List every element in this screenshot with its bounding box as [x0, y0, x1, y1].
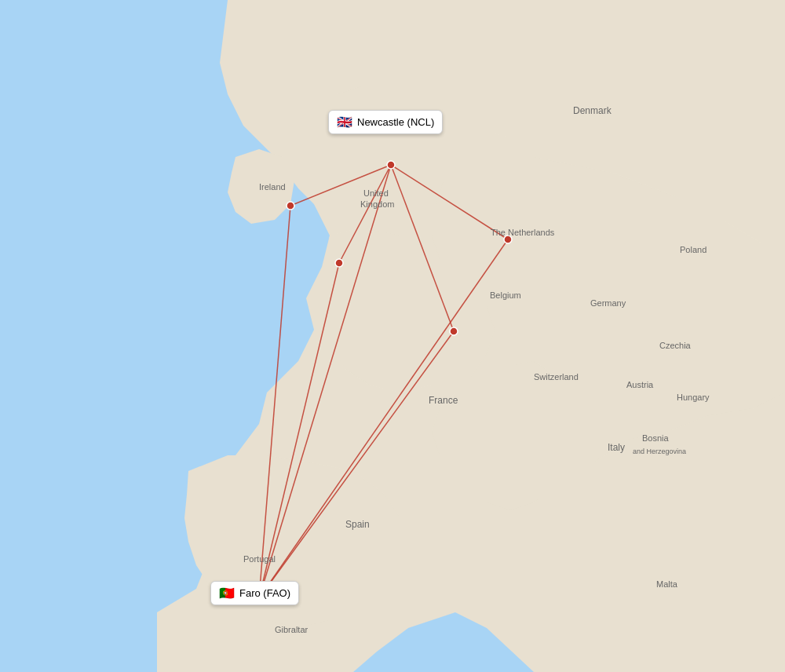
svg-text:The Netherlands: The Netherlands — [491, 228, 555, 237]
map-container: Denmark United Kingdom Ireland The Nethe… — [0, 0, 785, 672]
svg-text:Gibraltar: Gibraltar — [275, 625, 309, 634]
svg-text:Poland: Poland — [680, 245, 706, 254]
svg-text:France: France — [429, 395, 458, 406]
ncl-airport-label: 🇬🇧 Newcastle (NCL) — [328, 110, 443, 134]
svg-point-10 — [287, 202, 294, 210]
svg-text:Belgium: Belgium — [490, 290, 521, 300]
svg-text:Austria: Austria — [626, 380, 654, 389]
svg-text:Denmark: Denmark — [573, 105, 612, 116]
svg-point-11 — [335, 259, 343, 267]
svg-text:Kingdom: Kingdom — [360, 199, 394, 209]
svg-text:Portugal: Portugal — [243, 554, 276, 564]
uk-flag-icon: 🇬🇧 — [337, 115, 352, 130]
svg-text:Bosnia: Bosnia — [642, 433, 670, 443]
fao-airport-label: 🇵🇹 Faro (FAO) — [210, 581, 299, 605]
svg-text:Spain: Spain — [345, 519, 370, 530]
svg-text:Switzerland: Switzerland — [534, 372, 579, 382]
svg-text:Hungary: Hungary — [677, 393, 710, 402]
svg-text:Italy: Italy — [608, 442, 625, 453]
svg-point-13 — [450, 327, 458, 335]
svg-text:and Herzegovina: and Herzegovina — [633, 447, 686, 455]
ncl-airport-name: Newcastle (NCL) — [357, 116, 434, 128]
svg-text:Malta: Malta — [656, 579, 678, 589]
map-svg: Denmark United Kingdom Ireland The Nethe… — [0, 0, 785, 672]
svg-text:Ireland: Ireland — [259, 182, 286, 192]
svg-text:United: United — [363, 188, 389, 198]
pt-flag-icon: 🇵🇹 — [219, 586, 235, 601]
svg-text:Germany: Germany — [590, 298, 626, 308]
fao-airport-name: Faro (FAO) — [239, 587, 290, 599]
svg-text:Czechia: Czechia — [659, 341, 692, 350]
svg-point-14 — [387, 161, 395, 169]
